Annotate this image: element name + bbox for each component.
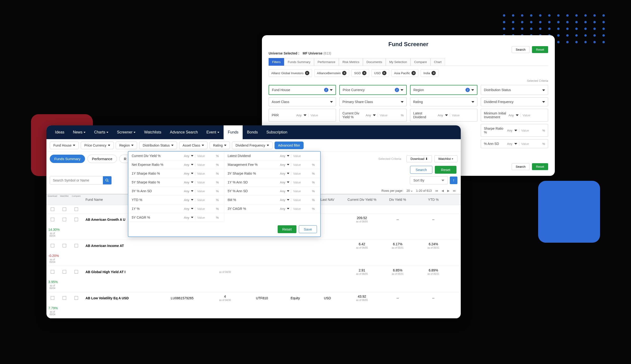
adv-current-div-yield[interactable]: Current Div Yield %AnyValue% [128,152,224,160]
rows-per-page-value[interactable]: 20 [407,189,413,192]
select-all-watchlist[interactable] [63,208,66,211]
remove-chip-icon[interactable]: ✕ [362,71,367,75]
sort-direction-button[interactable]: ↑ [450,176,457,184]
advanced-filter-button[interactable]: Advanced filter [274,142,304,149]
nav-advance-search[interactable]: Advance Search [166,126,202,139]
content-tab-funds-summary[interactable]: Funds Summary [50,155,85,163]
bp-tab-performance[interactable]: Performance [314,58,339,66]
select-all-download[interactable] [51,208,54,211]
filter-asset-class[interactable]: Asset Class [269,97,336,106]
filter-rating[interactable]: Rating [410,97,477,106]
fund-name[interactable]: AB Global High Yield AT I [82,268,158,276]
row-download-checkbox[interactable] [51,296,54,300]
nav-ideas[interactable]: Ideas [51,126,69,139]
watchlist-button[interactable]: Watchlist + [434,155,457,162]
adv-ytd[interactable]: YTD %AnyValue% [128,196,224,204]
metric-filter[interactable]: Current Div Yield %AnyValue% [339,109,407,122]
content-tab-performance[interactable]: Performance [87,155,117,163]
metric-filter[interactable]: % Ann SDAnyValue% [481,139,548,148]
nav-news[interactable]: News [69,126,90,139]
nav-funds[interactable]: Funds [224,126,243,139]
row-watchlist-checkbox[interactable] [63,270,66,274]
adv-1y-sharpe-ratio[interactable]: 1Y Sharpe Ratio %AnyValue% [128,169,224,178]
sort-dropdown[interactable]: Sort By [410,176,448,184]
nav-bonds[interactable]: Bonds [243,126,262,139]
adv-1y[interactable]: 1Y %AnyValue% [128,204,224,213]
nav-event[interactable]: Event [202,126,224,139]
remove-chip-icon[interactable]: ✕ [342,71,347,75]
bp-tab-chart[interactable]: Chart [431,58,445,66]
nav-subscription[interactable]: Subscription [262,126,292,139]
nav-screener[interactable]: Screener [113,126,140,139]
filter-pill-fund-house[interactable]: Fund House [50,142,79,149]
bp-tab-my-selection[interactable]: My Selection [386,58,411,66]
filter-fund-house[interactable]: Fund House2 [269,85,336,95]
select-all-compare[interactable] [75,208,78,211]
row-compare-checkbox[interactable] [75,218,78,221]
filter-distribution-status[interactable]: Distribution Status [481,85,548,95]
last-page-icon[interactable]: ⏭ [453,189,456,192]
adv-3y-sharpe-ratio[interactable]: 3Y Sharpe Ratio %AnyValue% [224,169,320,178]
remove-chip-icon[interactable]: ✕ [382,71,387,75]
prev-page-icon[interactable]: ◀ [441,189,444,192]
filter-pill-dividend-frequency[interactable]: Dividend Frequency [232,142,273,149]
nav-watchlists[interactable]: Watchlists [140,126,165,139]
adv-latest-dividend[interactable]: Latest DividendAnyValue [224,152,320,160]
adv-5y-cagr[interactable]: 5Y CAGR %AnyValue% [128,213,224,222]
adv-save-button[interactable]: Save [299,225,317,233]
adv-5y-ann-sd[interactable]: 5Y % Ann SDAnyValue% [224,187,320,196]
row-watchlist-checkbox[interactable] [63,296,66,300]
adv-management-fee[interactable]: Management Fee %AnyValue% [224,160,320,169]
row-watchlist-checkbox[interactable] [63,244,66,248]
bp-reset-button-2[interactable]: Reset [532,163,548,170]
row-compare-checkbox[interactable] [75,270,78,274]
nav-charts[interactable]: Charts [90,126,113,139]
row-download-checkbox[interactable] [51,270,54,274]
bp-tab-risk-metrics[interactable]: Risk Metrics [339,58,363,66]
bp-tab-compare[interactable]: Compare [411,58,430,66]
metric-filter[interactable]: Sharpe Ratio %AnyValue% [481,124,548,137]
adv-1y-ann-sd[interactable]: 1Y % Ann SDAnyValue% [224,178,320,187]
download-button[interactable]: Download ⬇ [407,155,432,162]
filter-pill-price-currency[interactable]: Price Currency [81,142,114,149]
filter-pill-distribution-status[interactable]: Distribution Status [139,142,177,149]
filter-primary-share-class[interactable]: Primary Share Class [339,97,407,106]
adv-5y-sharpe-ratio[interactable]: 5Y Sharpe Ratio %AnyValue% [128,178,224,187]
row-watchlist-checkbox[interactable] [63,218,66,221]
adv-reset-button[interactable]: Reset [278,225,296,233]
bp-tab-funds-summary[interactable]: Funds Summary [284,58,314,66]
metric-filter[interactable]: PRRAnyValue [269,109,336,122]
row-compare-checkbox[interactable] [75,244,78,248]
next-page-icon[interactable]: ▶ [447,189,450,192]
bp-tab-filters[interactable]: Filters [269,58,284,66]
adv-net-expense-ratio[interactable]: Net Expense Ratio %AnyValue% [128,160,224,169]
bp-tab-documents[interactable]: Documents [363,58,386,66]
reset-button[interactable]: Reset [435,166,456,174]
bp-reset-button[interactable]: Reset [532,46,548,53]
remove-chip-icon[interactable]: ✕ [412,71,416,75]
metric-filter[interactable]: Latest DividendAnyValue [410,109,477,122]
adv-6m[interactable]: 6M %AnyValue% [224,196,320,204]
search-input[interactable] [50,176,103,184]
adv-3y-cagr[interactable]: 3Y CAGR %AnyValue% [224,204,320,213]
search-button[interactable]: Search [410,166,432,174]
remove-chip-icon[interactable]: ✕ [431,71,436,75]
filter-region[interactable]: Region2 [410,85,477,95]
fund-name[interactable]: AB American Income AT [82,242,158,250]
remove-chip-icon[interactable]: ✕ [305,71,309,75]
row-compare-checkbox[interactable] [75,296,78,300]
filter-pill-region[interactable]: Region [116,142,137,149]
filter-price-currency[interactable]: Price Currency2 [339,85,407,95]
fund-name[interactable]: AB Low Volatility Eq A USD [82,294,158,302]
row-download-checkbox[interactable] [51,218,54,221]
bp-search-button[interactable]: Search [512,46,530,53]
first-page-icon[interactable]: ⏮ [435,189,438,192]
search-icon-button[interactable] [103,176,111,184]
filter-pill-asset-class[interactable]: Asset Class [179,142,208,149]
metric-filter[interactable]: Minimum Initial InvestmentAnyValue [481,109,548,122]
adv-3y-ann-sd[interactable]: 3Y % Ann SDAnyValue% [128,187,224,196]
filter-dividend-frequency[interactable]: Dividend Frequency [481,97,548,106]
filter-pill-rating[interactable]: Rating [209,142,230,149]
bp-search-button-2[interactable]: Search [512,163,530,170]
row-download-checkbox[interactable] [51,244,54,248]
